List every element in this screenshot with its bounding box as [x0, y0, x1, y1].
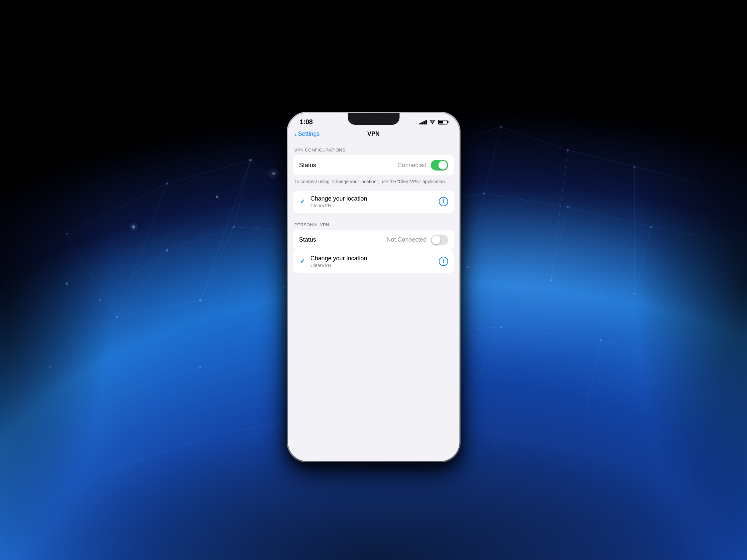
vpn-item-name: Change your location: [311, 195, 434, 202]
phone-shell: 1:08: [287, 112, 461, 462]
personal-vpn-status-label: Status: [299, 236, 316, 243]
personal-info-icon: i: [442, 258, 444, 264]
personal-vpn-item[interactable]: ✓ Change your location ClearVPN i: [293, 250, 454, 273]
vpn-status-right: Connected: [397, 160, 448, 170]
vpn-info-text: To connect using “Change your location”,…: [288, 175, 460, 191]
personal-vpn-info-button[interactable]: i: [439, 257, 448, 266]
page-title: VPN: [367, 131, 380, 137]
battery-fill: [439, 121, 443, 124]
toggle-knob: [438, 161, 447, 169]
vpn-toggle[interactable]: [431, 160, 448, 170]
back-button[interactable]: ‹ Settings: [294, 131, 320, 137]
vpn-info-button[interactable]: i: [439, 197, 448, 206]
notch: [347, 113, 400, 125]
back-chevron-icon: ‹: [294, 131, 297, 137]
personal-toggle-knob: [432, 236, 440, 244]
personal-vpn-item-content: Change your location ClearVPN: [311, 255, 434, 268]
phone-screen: 1:08: [288, 113, 460, 461]
vpn-status-value: Connected: [397, 162, 427, 169]
personal-vpn-section: PERSONAL VPN Status Not Connected: [288, 216, 460, 273]
phone-wrapper: 1:08: [287, 112, 461, 462]
personal-vpn-status-value: Not Connected: [386, 236, 427, 243]
signal-bar-2: [421, 122, 423, 125]
vpn-item-card: ✓ Change your location ClearVPN i: [293, 191, 454, 213]
navigation-bar: ‹ Settings VPN: [288, 129, 460, 141]
personal-vpn-item-name: Change your location: [311, 255, 434, 262]
signal-bar-3: [423, 121, 425, 125]
vpn-item[interactable]: ✓ Change your location ClearVPN i: [293, 191, 454, 213]
status-time: 1:08: [300, 118, 313, 126]
vpn-item-subtitle: ClearVPN: [311, 203, 434, 208]
back-label: Settings: [298, 131, 319, 137]
phone-inner: 1:08: [288, 113, 460, 461]
vpn-configurations-header: VPN CONFIGURATIONS: [288, 141, 460, 155]
vpn-status-label: Status: [299, 162, 316, 169]
personal-vpn-header: PERSONAL VPN: [288, 216, 460, 230]
personal-vpn-status-row: Status Not Connected: [293, 230, 454, 250]
vpn-item-content: Change your location ClearVPN: [311, 195, 434, 208]
status-icons: [419, 120, 447, 125]
personal-vpn-status-right: Not Connected: [386, 235, 448, 245]
personal-vpn-toggle[interactable]: [431, 235, 448, 245]
vpn-configurations-card: Status Connected: [293, 155, 454, 175]
content-area: VPN CONFIGURATIONS Status Connected: [288, 141, 460, 461]
personal-vpn-card: Status Not Connected: [293, 230, 454, 250]
personal-checkmark-icon: ✓: [299, 258, 306, 265]
personal-vpn-item-card: ✓ Change your location ClearVPN i: [293, 250, 454, 273]
checkmark-icon: ✓: [299, 198, 306, 205]
signal-bar-1: [419, 123, 421, 125]
personal-vpn-item-subtitle: ClearVPN: [311, 263, 434, 268]
wifi-icon: [430, 120, 435, 125]
info-icon: i: [442, 198, 444, 205]
signal-bars-icon: [419, 120, 427, 125]
signal-bar-4: [426, 120, 427, 125]
battery-icon: [438, 120, 447, 125]
vpn-status-row: Status Connected: [293, 155, 454, 175]
